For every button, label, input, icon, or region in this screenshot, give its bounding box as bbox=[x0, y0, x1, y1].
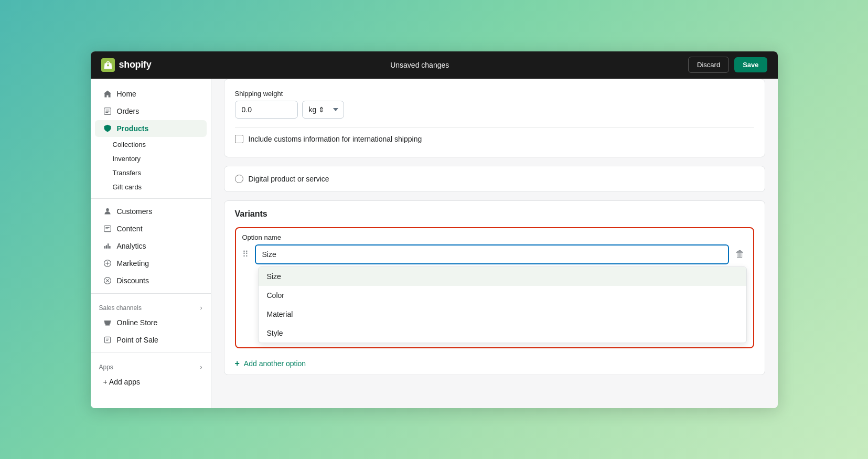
add-option-icon: + bbox=[235, 359, 240, 368]
sidebar-item-orders[interactable]: Orders bbox=[95, 103, 207, 120]
logo-text: shopify bbox=[119, 59, 152, 70]
customers-label: Customers bbox=[117, 207, 153, 216]
pos-label: Point of Sale bbox=[117, 336, 158, 344]
sales-channels-title: Sales channels bbox=[99, 304, 142, 312]
sidebar-home-label: Home bbox=[117, 90, 136, 98]
option-dropdown: Size Color Material Style bbox=[258, 266, 747, 343]
sidebar-products-label: Products bbox=[117, 124, 149, 133]
products-icon bbox=[103, 124, 112, 133]
option-input-row: ⠿ 🗑 bbox=[236, 244, 753, 264]
add-apps-label: + Add apps bbox=[103, 378, 140, 386]
sidebar-item-content[interactable]: Content bbox=[95, 220, 207, 237]
gift-cards-label: Gift cards bbox=[113, 183, 142, 191]
sidebar-item-inventory[interactable]: Inventory bbox=[91, 152, 211, 166]
dropdown-size-label: Size bbox=[267, 272, 281, 281]
customs-checkbox-row: Include customs information for internat… bbox=[235, 127, 754, 146]
weight-label: Shipping weight bbox=[235, 90, 754, 98]
sidebar-divider-1 bbox=[91, 198, 211, 199]
variants-title: Variants bbox=[224, 201, 765, 223]
topbar-actions: Discard Save bbox=[688, 57, 767, 73]
shipping-card: Shipping weight kg ⇕ lb oz g bbox=[224, 79, 765, 157]
digital-product-card: Digital product or service bbox=[224, 166, 765, 192]
dropdown-item-material[interactable]: Material bbox=[259, 305, 746, 324]
sidebar-orders-label: Orders bbox=[117, 107, 140, 115]
discard-button[interactable]: Discard bbox=[688, 57, 729, 73]
shopify-bag-icon bbox=[101, 58, 115, 72]
marketing-label: Marketing bbox=[117, 259, 149, 268]
weight-input-row: kg ⇕ lb oz g bbox=[235, 101, 754, 119]
content-icon bbox=[103, 225, 112, 233]
content-area: Shipping weight kg ⇕ lb oz g bbox=[211, 79, 778, 408]
sidebar-item-analytics[interactable]: Analytics bbox=[95, 238, 207, 254]
weight-unit-select[interactable]: kg ⇕ lb oz g bbox=[302, 101, 344, 119]
sidebar-divider-2 bbox=[91, 293, 211, 294]
sidebar-item-online-store[interactable]: Online Store bbox=[95, 314, 207, 331]
apps-expand-icon[interactable]: › bbox=[200, 364, 202, 371]
sidebar-item-pos[interactable]: Point of Sale bbox=[95, 332, 207, 348]
customers-icon bbox=[103, 207, 112, 216]
sidebar-item-collections[interactable]: Collections bbox=[91, 137, 211, 152]
sidebar-divider-3 bbox=[91, 353, 211, 353]
online-store-label: Online Store bbox=[117, 318, 158, 327]
sidebar-item-products[interactable]: Products bbox=[95, 120, 207, 137]
orders-icon bbox=[103, 107, 112, 115]
pos-icon bbox=[103, 336, 112, 344]
sidebar-item-gift-cards[interactable]: Gift cards bbox=[91, 180, 211, 194]
dropdown-style-label: Style bbox=[267, 329, 283, 337]
marketing-icon bbox=[103, 259, 112, 268]
digital-label: Digital product or service bbox=[249, 175, 329, 183]
discounts-icon bbox=[103, 276, 112, 285]
sales-channels-expand-icon[interactable]: › bbox=[200, 304, 202, 312]
delete-option-icon[interactable]: 🗑 bbox=[733, 247, 747, 262]
shopify-logo: shopify bbox=[101, 58, 152, 72]
weight-input[interactable] bbox=[235, 101, 298, 119]
add-option-row[interactable]: + Add another option bbox=[224, 353, 765, 375]
sidebar-item-home[interactable]: Home bbox=[95, 86, 207, 102]
sidebar: Home Orders Products Collections bbox=[91, 79, 211, 408]
topbar-title: Unsaved changes bbox=[159, 61, 680, 69]
apps-section: Apps › bbox=[91, 357, 211, 373]
sidebar-item-transfers[interactable]: Transfers bbox=[91, 166, 211, 180]
home-icon bbox=[103, 90, 112, 98]
collections-label: Collections bbox=[113, 141, 146, 148]
topbar: shopify Unsaved changes Discard Save bbox=[91, 51, 778, 79]
customs-checkbox[interactable] bbox=[235, 135, 243, 143]
sidebar-item-customers[interactable]: Customers bbox=[95, 203, 207, 220]
shipping-weight-section: Shipping weight kg ⇕ lb oz g bbox=[235, 90, 754, 119]
digital-radio[interactable] bbox=[235, 175, 243, 183]
content-label: Content bbox=[117, 225, 143, 233]
sales-channels-section: Sales channels › bbox=[91, 298, 211, 314]
dropdown-material-label: Material bbox=[267, 310, 293, 318]
store-icon bbox=[103, 318, 112, 327]
variants-card: Variants Option name ⠿ 🗑 Size bbox=[224, 200, 765, 375]
dropdown-item-style[interactable]: Style bbox=[259, 324, 746, 343]
customs-label: Include customs information for internat… bbox=[249, 135, 422, 143]
option-box: Option name ⠿ 🗑 Size Color bbox=[235, 227, 754, 348]
dropdown-item-color[interactable]: Color bbox=[259, 286, 746, 305]
analytics-label: Analytics bbox=[117, 242, 146, 250]
apps-title: Apps bbox=[99, 364, 113, 371]
discounts-label: Discounts bbox=[117, 276, 149, 285]
drag-handle-icon[interactable]: ⠿ bbox=[240, 247, 251, 261]
option-name-label: Option name bbox=[236, 228, 753, 244]
analytics-icon bbox=[103, 242, 112, 250]
sidebar-item-discounts[interactable]: Discounts bbox=[95, 272, 207, 289]
inventory-label: Inventory bbox=[113, 155, 141, 163]
option-name-input[interactable] bbox=[255, 244, 729, 264]
transfers-label: Transfers bbox=[113, 169, 141, 177]
dropdown-item-size[interactable]: Size bbox=[259, 267, 746, 286]
sidebar-item-add-apps[interactable]: + Add apps bbox=[95, 373, 207, 390]
save-button[interactable]: Save bbox=[734, 57, 767, 72]
svg-rect-5 bbox=[104, 337, 110, 343]
svg-point-1 bbox=[106, 208, 109, 211]
dropdown-color-label: Color bbox=[267, 291, 284, 300]
sidebar-item-marketing[interactable]: Marketing bbox=[95, 255, 207, 272]
app-window: shopify Unsaved changes Discard Save Hom… bbox=[91, 51, 778, 408]
main-layout: Home Orders Products Collections bbox=[91, 79, 778, 408]
shipping-card-body: Shipping weight kg ⇕ lb oz g bbox=[224, 79, 765, 157]
add-option-label: Add another option bbox=[244, 359, 306, 368]
